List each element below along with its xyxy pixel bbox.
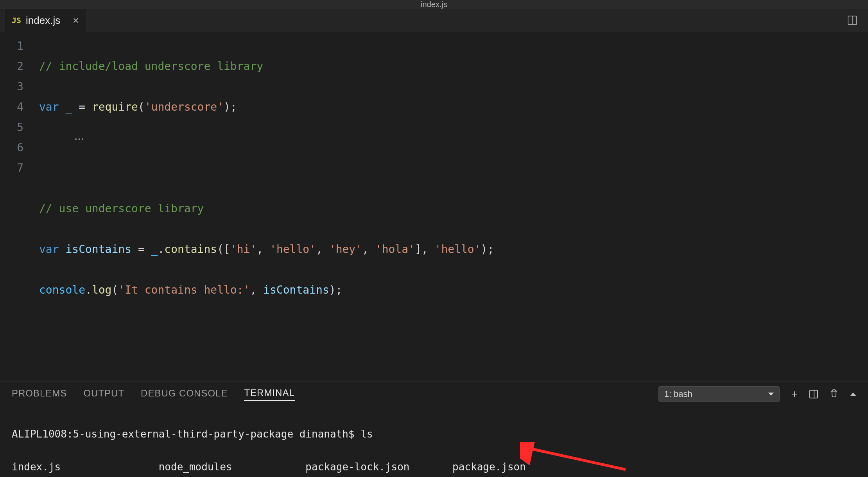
tab-label: index.js [26, 14, 60, 27]
window-title-bar: index.js [0, 0, 868, 9]
terminal-output[interactable]: ALIPL1008:5-using-external-third-party-p… [0, 406, 868, 477]
annotation-arrow-icon [520, 442, 629, 473]
line-number-gutter: 1 2 3 4 5 6 7 [0, 36, 39, 382]
tab-output[interactable]: OUTPUT [83, 388, 124, 400]
bottom-panel: PROBLEMS OUTPUT DEBUG CONSOLE TERMINAL 1… [0, 382, 868, 477]
line-number: 1 [0, 36, 23, 56]
chevron-down-icon [768, 393, 774, 396]
terminal-line: ALIPL1008:5-using-external-third-party-p… [12, 426, 856, 442]
code-content[interactable]: // include/load underscore library var _… [39, 36, 868, 382]
split-editor-icon[interactable] [848, 16, 857, 25]
code-line[interactable]: // use underscore library [39, 199, 868, 219]
trash-icon[interactable] [830, 389, 838, 400]
terminal-line: index.js node_modules package-lock.json … [12, 459, 856, 475]
line-number: 6 [0, 138, 23, 158]
line-number: 3 [0, 77, 23, 97]
chevron-up-icon[interactable] [850, 393, 856, 396]
code-line[interactable]: // include/load underscore library [39, 56, 868, 77]
terminal-selector-label: 1: bash [664, 389, 692, 399]
new-terminal-icon[interactable]: + [791, 389, 798, 400]
panel-tab-bar: PROBLEMS OUTPUT DEBUG CONSOLE TERMINAL 1… [0, 382, 868, 406]
line-number: 4 [0, 97, 23, 117]
window-title: index.js [421, 0, 447, 9]
tab-debug-console[interactable]: DEBUG CONSOLE [141, 388, 228, 400]
code-line[interactable]: console.log('It contains hello:', isCont… [39, 280, 868, 300]
svg-line-1 [528, 448, 626, 470]
js-file-icon: JS [12, 16, 21, 25]
close-icon[interactable]: × [73, 14, 79, 27]
tab-terminal[interactable]: TERMINAL [244, 387, 294, 401]
line-number: 7 [0, 158, 23, 178]
split-terminal-icon[interactable] [809, 390, 818, 398]
terminal-selector[interactable]: 1: bash [658, 386, 780, 402]
code-line[interactable]: var _ = require('underscore'); [39, 97, 868, 117]
code-line[interactable] [39, 158, 868, 178]
tab-problems[interactable]: PROBLEMS [12, 388, 67, 400]
tab-index-js[interactable]: JS index.js × [5, 9, 86, 32]
editor-tab-bar: JS index.js × [0, 9, 868, 32]
code-line[interactable] [39, 321, 868, 341]
line-number: 2 [0, 56, 23, 77]
code-line[interactable]: var isContains = _.contains(['hi', 'hell… [39, 239, 868, 260]
line-number: 5 [0, 117, 23, 138]
code-editor[interactable]: 1 2 3 4 5 6 7 // include/load underscore… [0, 32, 868, 382]
